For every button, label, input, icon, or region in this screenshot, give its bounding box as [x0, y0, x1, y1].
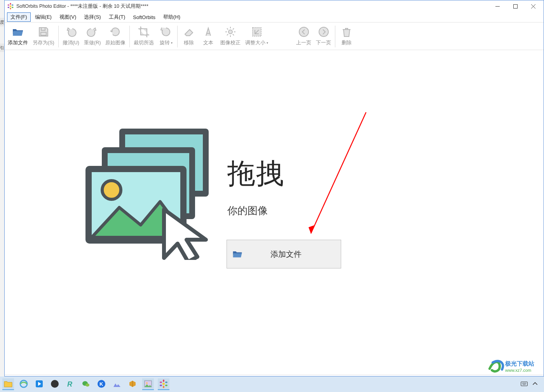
redo-icon — [86, 26, 99, 38]
drop-heading: 拖拽 — [227, 155, 285, 192]
menu-softorbits[interactable]: SoftOrbits — [129, 13, 159, 21]
app-window: SoftOrbits Photo Editor - ****未注册版 - 剩余 … — [4, 0, 544, 376]
add-files-button[interactable]: 添加文件 — [227, 240, 341, 268]
taskbar-app-box[interactable] — [127, 378, 138, 390]
tool-undo-label: 撤消(U) — [63, 40, 79, 46]
menu-select[interactable]: 选择(S) — [80, 12, 104, 22]
tool-prev-label: 上一页 — [296, 40, 311, 46]
eraser-icon — [183, 26, 195, 38]
svg-point-38 — [51, 380, 59, 388]
sliver-text-2: 引 — [0, 44, 4, 52]
resize-icon — [251, 26, 263, 38]
tool-original[interactable]: 原始图像 — [103, 24, 128, 49]
tool-resize-label: 调整大小 — [245, 40, 268, 46]
svg-point-45 — [146, 382, 148, 384]
taskbar-softorbits[interactable] — [158, 378, 169, 390]
tool-add-files-label: 添加文件 — [8, 40, 28, 46]
menu-help[interactable]: 帮助(H) — [160, 12, 184, 22]
tool-original-label: 原始图像 — [105, 40, 126, 46]
save-icon — [37, 26, 50, 38]
taskbar-app-dark[interactable] — [49, 378, 61, 390]
tool-rotate-label: 旋转 — [160, 40, 173, 46]
menu-edit[interactable]: 编辑(E) — [31, 12, 55, 22]
svg-line-32 — [311, 112, 366, 233]
tool-text-label: 文本 — [203, 40, 213, 46]
close-button[interactable] — [524, 0, 542, 12]
tool-rotate[interactable]: 旋转 — [156, 24, 176, 49]
svg-point-31 — [102, 181, 121, 199]
statusbar — [5, 375, 544, 376]
taskbar-app-image[interactable] — [142, 378, 154, 390]
toolbar-separator — [177, 26, 178, 47]
menu-tools[interactable]: 工具(T) — [105, 12, 129, 22]
tool-remove-label: 移除 — [184, 40, 194, 46]
brightness-icon — [224, 26, 237, 38]
tool-undo[interactable]: 撤消(U) — [60, 24, 82, 49]
folder-open-icon — [232, 250, 242, 258]
tray-chevron-icon[interactable] — [532, 380, 539, 389]
tool-crop-label: 裁切所选 — [134, 40, 154, 46]
tool-next-label: 下一页 — [316, 40, 331, 46]
taskbar-app-k[interactable]: K — [96, 378, 107, 390]
drop-images-illustration-icon — [82, 124, 218, 260]
taskbar-app-blue[interactable] — [33, 378, 45, 390]
toolbar-separator — [335, 26, 335, 47]
refresh-icon — [109, 26, 122, 38]
svg-point-51 — [160, 385, 162, 386]
crop-icon — [138, 26, 150, 38]
tool-add-files[interactable]: 添加文件 — [5, 24, 30, 49]
svg-point-2 — [12, 4, 14, 5]
tool-next[interactable]: 下一页 — [314, 24, 333, 49]
svg-line-19 — [233, 34, 234, 35]
tool-save-as[interactable]: 另存为(S) — [30, 24, 57, 49]
tool-prev[interactable]: 上一页 — [294, 24, 314, 49]
folder-open-icon — [12, 26, 24, 38]
svg-marker-33 — [309, 225, 315, 233]
undo-icon — [65, 26, 77, 38]
toolbar-separator — [58, 26, 59, 47]
tool-delete[interactable]: 删除 — [337, 24, 356, 49]
tool-save-as-label: 另存为(S) — [33, 40, 54, 46]
taskbar-file-explorer[interactable] — [2, 378, 14, 390]
tool-resize[interactable]: 调整大小 — [243, 24, 270, 49]
trash-icon — [340, 26, 353, 38]
tool-redo-label: 重做(R) — [84, 40, 101, 46]
toolbar: 添加文件 另存为(S) 撤消(U) 重做(R) 原始图像 裁切所选 旋转 — [5, 22, 544, 50]
tool-remove[interactable]: 移除 — [179, 24, 199, 49]
app-icon — [7, 3, 14, 10]
tool-crop[interactable]: 裁切所选 — [131, 24, 156, 49]
menu-view[interactable]: 视图(V) — [56, 12, 80, 22]
add-files-button-label: 添加文件 — [242, 249, 341, 260]
minimize-button[interactable] — [488, 0, 506, 12]
tool-redo[interactable]: 重做(R) — [82, 24, 103, 49]
svg-line-18 — [227, 28, 228, 30]
canvas-dropzone[interactable]: 拖拽 你的图像 添加文件 — [5, 50, 544, 375]
svg-point-0 — [10, 5, 12, 7]
tool-text[interactable]: 文本 — [199, 24, 218, 49]
taskbar-app-mountain[interactable] — [111, 378, 123, 390]
svg-point-47 — [163, 380, 164, 382]
titlebar: SoftOrbits Photo Editor - ****未注册版 - 剩余 … — [5, 0, 544, 12]
svg-point-4 — [10, 8, 11, 10]
tool-correct[interactable]: 图像校正 — [218, 24, 243, 49]
svg-point-6 — [7, 4, 9, 5]
tool-correct-label: 图像校正 — [220, 40, 241, 46]
svg-point-1 — [10, 3, 11, 5]
menu-file[interactable]: 文件(F) — [7, 12, 31, 22]
svg-line-20 — [233, 28, 234, 30]
svg-line-21 — [227, 34, 228, 35]
taskbar-edge[interactable] — [18, 378, 30, 390]
sliver-text-1: 度 — [0, 18, 4, 26]
arrow-left-circle-icon — [298, 26, 310, 38]
maximize-button[interactable] — [506, 0, 524, 12]
svg-point-52 — [160, 382, 162, 383]
background-window-sliver: 度 引 — [0, 0, 4, 392]
tool-delete-label: 删除 — [342, 40, 352, 46]
tray-keyboard-icon[interactable] — [521, 380, 528, 389]
svg-point-5 — [7, 7, 9, 8]
svg-rect-11 — [41, 28, 45, 30]
svg-text:K: K — [99, 381, 103, 387]
taskbar-app-r[interactable]: R — [65, 378, 76, 390]
taskbar-wechat[interactable] — [80, 378, 92, 390]
svg-text:R: R — [67, 380, 72, 388]
